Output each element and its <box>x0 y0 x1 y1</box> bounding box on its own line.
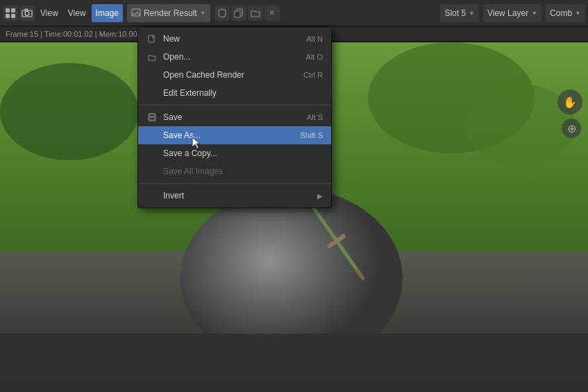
folder-icon <box>251 8 260 18</box>
menu-item-edit-externally[interactable]: Edit Externally <box>138 84 331 102</box>
menu-item-new[interactable]: New Alt N <box>138 30 331 48</box>
hand-icon: ✋ <box>563 96 577 109</box>
combine-dropdown[interactable]: Comb ▼ <box>546 4 585 22</box>
render-result-chevron: ▼ <box>200 10 206 17</box>
invert-icon <box>146 190 158 201</box>
folder-icon-btn[interactable] <box>248 6 263 21</box>
hand-tool-btn[interactable]: ✋ <box>557 90 582 114</box>
open-cached-icon <box>146 69 158 80</box>
edit-externally-icon <box>146 87 158 99</box>
copy-icon-btn[interactable] <box>231 6 246 21</box>
menu-item-save-all: Save All Images <box>138 162 331 180</box>
zoom-icon: ⊕ <box>567 122 576 135</box>
close-icon-btn[interactable]: ✕ <box>264 6 280 21</box>
svg-point-5 <box>25 11 29 15</box>
new-icon <box>146 33 158 44</box>
slot-chevron: ▼ <box>469 10 475 17</box>
svg-rect-20 <box>149 35 154 42</box>
view-layer-chevron: ▼ <box>531 10 537 17</box>
svg-rect-7 <box>132 9 140 16</box>
menu-separator-1 <box>138 105 331 105</box>
menu-item-save-as[interactable]: Save As... Shift S <box>138 126 331 144</box>
camera-icon[interactable] <box>19 6 35 21</box>
svg-rect-2 <box>6 14 10 18</box>
menu-item-save-copy[interactable]: Save a Copy... <box>138 144 331 162</box>
svg-rect-3 <box>11 14 15 18</box>
menu-item-save[interactable]: Save Alt S <box>138 108 331 126</box>
image-menu-btn[interactable]: Image <box>92 4 123 22</box>
svg-rect-9 <box>235 11 240 17</box>
top-toolbar: View View Image Render Result ▼ <box>0 0 588 26</box>
save-copy-icon <box>146 148 158 159</box>
save-all-icon <box>146 166 158 177</box>
copy-icon <box>234 8 244 18</box>
svg-rect-0 <box>6 8 10 12</box>
view-menu-btn-2[interactable]: View <box>64 4 90 22</box>
slot-dropdown[interactable]: Slot 5 ▼ <box>440 4 479 22</box>
open-icon <box>146 51 158 62</box>
save-as-icon <box>146 130 158 141</box>
svg-rect-19 <box>0 334 588 392</box>
image-dropdown-menu: New Alt N Open... Alt O Open Cached Rend… <box>137 26 332 208</box>
shield-icon <box>217 8 227 18</box>
menu-separator-2 <box>138 183 331 184</box>
svg-rect-1 <box>11 8 15 12</box>
editor-type-icon[interactable] <box>3 6 18 21</box>
menu-item-open[interactable]: Open... Alt O <box>138 48 331 66</box>
svg-rect-22 <box>150 114 154 117</box>
save-icon <box>146 112 158 123</box>
combine-chevron: ▼ <box>575 10 581 17</box>
view-menu-btn-1[interactable]: View <box>36 4 62 22</box>
render-icon <box>131 8 141 18</box>
menu-item-open-cached[interactable]: Open Cached Render Ctrl R <box>138 66 331 84</box>
svg-point-18 <box>0 63 139 160</box>
menu-item-invert[interactable]: Invert ▶ <box>138 187 331 205</box>
view-layer-dropdown[interactable]: View Layer ▼ <box>483 4 541 22</box>
zoom-tool-btn[interactable]: ⊕ <box>562 119 581 138</box>
render-result-dropdown[interactable]: Render Result ▼ <box>127 4 210 22</box>
invert-submenu-arrow: ▶ <box>317 192 323 200</box>
close-icon: ✕ <box>269 8 275 17</box>
shield-icon-btn[interactable] <box>215 6 230 21</box>
svg-rect-23 <box>149 117 155 120</box>
